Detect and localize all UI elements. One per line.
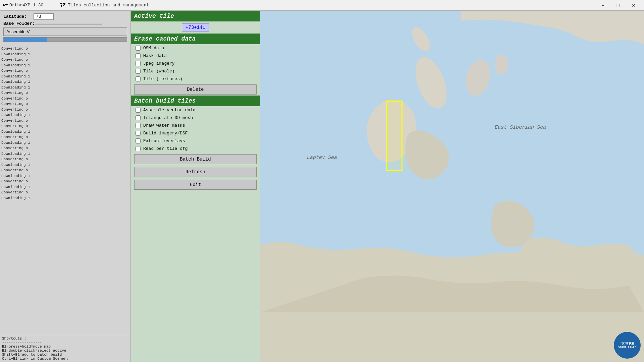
tile-whole-checkbox[interactable] xyxy=(136,69,141,74)
assemble-vector-checkbox[interactable] xyxy=(136,108,141,113)
log-line: Downloading 1 xyxy=(1,162,129,168)
checkbox-triangulate-row: Triangulate 3D mesh xyxy=(131,114,260,122)
checkbox-jpeg-row: Jpeg imagery xyxy=(131,60,260,67)
latitude-label: Latitude: xyxy=(3,14,34,19)
log-line: Downloading 1 xyxy=(1,195,129,201)
batch-build-button[interactable]: Batch Build xyxy=(134,154,257,164)
shortcut-line: Ctrl+B1=link in Custom Scenery xyxy=(2,357,128,361)
minimize-button[interactable]: − xyxy=(595,0,610,11)
svg-point-4 xyxy=(495,54,508,74)
log-line: Converting o xyxy=(1,168,129,173)
checkbox-extract-overlays-row: Extract overlays xyxy=(131,137,260,145)
log-line: Converting o xyxy=(1,179,129,184)
log-area: Converting oDownloading 1Converting oDow… xyxy=(0,45,130,335)
progress-inner xyxy=(4,38,47,42)
erase-header: Erase cached data xyxy=(131,34,260,44)
shortcut-line: B2-press+hold=move map xyxy=(2,345,128,349)
checkbox-assemble-vec-row: Assemble vector data xyxy=(131,106,260,114)
checkbox-build-imagery-row: Build imagery/DSF xyxy=(131,129,260,137)
refresh-button[interactable]: Refresh xyxy=(134,167,257,177)
checkbox-read-cfg-row: Read per tile cfg xyxy=(131,145,260,153)
shortcut-line: Shift+B1=add to batch build xyxy=(2,353,128,357)
left-panel: Latitude: 73 Base Folder: Assemble V Con… xyxy=(0,11,131,362)
jpeg-checkbox[interactable] xyxy=(136,61,141,66)
latitude-value: 73 xyxy=(34,13,54,20)
osm-label: OSM data xyxy=(143,46,164,51)
mask-checkbox[interactable] xyxy=(136,53,141,58)
right-panel: Active tile +73+141 Erase cached data OS… xyxy=(131,11,260,362)
log-line: Converting o xyxy=(1,123,129,129)
checkbox-osm-row: OSM data xyxy=(131,44,260,52)
latitude-row: Latitude: 73 xyxy=(3,13,127,20)
osm-checkbox[interactable] xyxy=(136,46,141,51)
build-imagery-label: Build imagery/DSF xyxy=(143,131,188,136)
checkbox-tile-whole-row: Tile (whole) xyxy=(131,67,260,75)
draw-water-checkbox[interactable] xyxy=(136,123,141,128)
tile-collection-icon: 🗺 xyxy=(60,2,66,8)
log-line: Downloading 1 xyxy=(1,79,129,85)
read-cfg-label: Read per tile cfg xyxy=(143,146,188,151)
log-line: Converting o xyxy=(1,145,129,151)
active-tile-header: Active tile xyxy=(131,11,260,21)
log-line: Downloading 1 xyxy=(1,151,129,157)
base-folder-row: Base Folder: xyxy=(3,21,127,26)
triangulate-checkbox[interactable] xyxy=(136,115,141,120)
tile-management-title: Tiles collection and management xyxy=(68,3,595,8)
shortcut-line: B1-double-click=select active xyxy=(2,349,128,353)
maximize-button[interactable]: □ xyxy=(610,0,626,11)
assemble-button[interactable]: Assemble V xyxy=(3,27,127,36)
tile-whole-label: Tile (whole) xyxy=(143,69,175,74)
assemble-vector-label: Assemble vector data xyxy=(143,108,196,113)
shortcut-line: ------------------ xyxy=(2,341,128,345)
main-layout: Latitude: 73 Base Folder: Assemble V Con… xyxy=(0,11,644,362)
shortcuts-area: Shortcuts : ------------------B2-press+h… xyxy=(0,335,130,362)
log-line: Converting o xyxy=(1,107,129,113)
log-line: Downloading 1 xyxy=(1,140,129,146)
batch-build-header: Batch build tiles xyxy=(131,96,260,106)
log-line: Converting o xyxy=(1,190,129,195)
log-line: Converting o xyxy=(1,46,129,52)
progress-bar xyxy=(3,37,127,42)
log-line: Converting o xyxy=(1,101,129,107)
top-controls: Latitude: 73 Base Folder: Assemble V xyxy=(0,11,130,45)
watermark: 飞行者联盟 China Flier xyxy=(614,332,641,359)
tile-textures-label: Tile (textures) xyxy=(143,76,182,81)
log-line: Downloading 1 xyxy=(1,129,129,135)
map-area[interactable]: Laptev Sea East Siberian Sea 飞行者联盟 China… xyxy=(260,11,644,362)
log-line: Converting o xyxy=(1,96,129,102)
checkbox-draw-water-row: Draw water masks xyxy=(131,122,260,129)
jpeg-label: Jpeg imagery xyxy=(143,61,175,66)
build-imagery-checkbox[interactable] xyxy=(136,131,141,136)
mask-label: Mask data xyxy=(143,53,167,58)
extract-overlays-checkbox[interactable] xyxy=(136,138,141,143)
base-folder-value xyxy=(35,23,102,24)
read-cfg-checkbox[interactable] xyxy=(136,146,141,151)
draw-water-label: Draw water masks xyxy=(143,123,185,128)
extract-overlays-label: Extract overlays xyxy=(143,138,185,143)
log-line: Converting o xyxy=(1,68,129,74)
close-button[interactable]: ✕ xyxy=(626,0,641,11)
active-tile-value: +73+141 xyxy=(182,23,209,32)
log-line: Converting o xyxy=(1,57,129,63)
log-line: Downloading 1 xyxy=(1,112,129,118)
tile-textures-checkbox[interactable] xyxy=(136,76,141,81)
log-line: Downloading 1 xyxy=(1,52,129,57)
log-line: Downloading 1 xyxy=(1,85,129,90)
app-icon: 🛩 xyxy=(3,2,8,8)
shortcuts-title: Shortcuts : xyxy=(2,337,128,341)
log-line: Downloading 1 xyxy=(1,184,129,190)
log-line: Downloading 1 xyxy=(1,74,129,79)
map-svg xyxy=(260,11,644,362)
log-line: Downloading 1 xyxy=(1,173,129,179)
delete-button[interactable]: Delete xyxy=(134,84,257,95)
checkbox-tile-tex-row: Tile (textures) xyxy=(131,75,260,83)
log-line: Converting o xyxy=(1,157,129,162)
log-line: Downloading 1 xyxy=(1,63,129,68)
log-line: Converting o xyxy=(1,118,129,124)
titlebar: 🛩 Ortho4XP 1.30 🗺 Tiles collection and m… xyxy=(0,0,644,11)
checkbox-mask-row: Mask data xyxy=(131,52,260,60)
log-line: Converting o xyxy=(1,134,129,140)
log-line: Converting o xyxy=(1,90,129,96)
exit-button[interactable]: Exit xyxy=(134,180,257,190)
app-title: Ortho4XP 1.30 xyxy=(9,3,43,8)
